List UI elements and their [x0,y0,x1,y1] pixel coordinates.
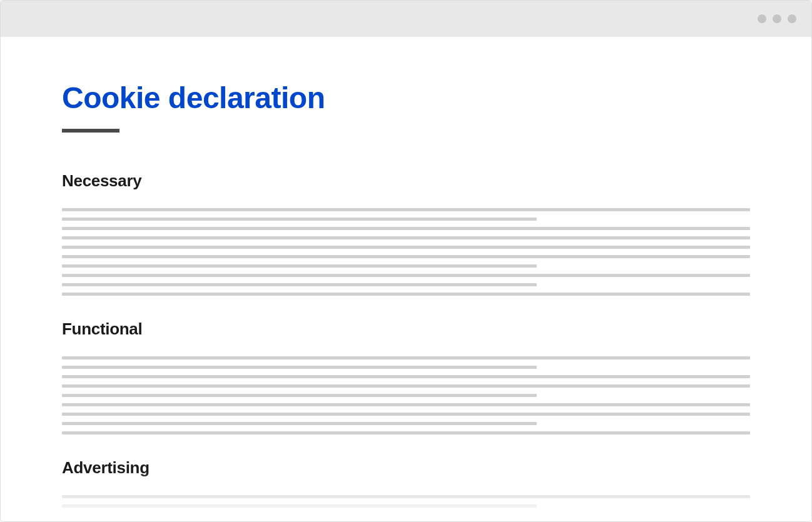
placeholder-line [62,264,537,268]
page-title: Cookie declaration [62,81,750,115]
placeholder-line [62,375,750,378]
placeholder-line [62,366,537,369]
section-advertising: Advertising [62,458,750,508]
placeholder-line [62,218,537,221]
placeholder-line [62,293,750,296]
section-functional: Functional [62,319,750,434]
placeholder-line [62,227,750,230]
placeholder-content [62,208,750,296]
placeholder-line [62,356,750,359]
browser-chrome [1,1,811,37]
placeholder-line [62,394,537,397]
browser-frame: Cookie declaration Necessary Functional [0,0,812,522]
placeholder-line [62,422,537,425]
placeholder-line [62,208,750,211]
placeholder-line [62,255,750,258]
window-control-maximize-icon[interactable] [773,14,781,23]
placeholder-line [62,403,750,406]
section-necessary: Necessary [62,171,750,296]
placeholder-line [62,495,750,498]
section-heading-necessary: Necessary [62,171,750,191]
placeholder-line [62,274,750,277]
browser-content: Cookie declaration Necessary Functional [1,37,811,521]
placeholder-line [62,431,750,434]
window-control-minimize-icon[interactable] [758,14,766,23]
placeholder-line [62,236,750,239]
window-control-close-icon[interactable] [788,14,796,23]
section-heading-advertising: Advertising [62,458,750,478]
placeholder-line [62,384,750,388]
section-heading-functional: Functional [62,319,750,339]
placeholder-line [62,413,750,416]
placeholder-line [62,283,537,286]
title-underline [62,129,119,133]
placeholder-content [62,356,750,434]
placeholder-line [62,246,750,249]
placeholder-line [62,504,537,508]
placeholder-content [62,495,750,508]
